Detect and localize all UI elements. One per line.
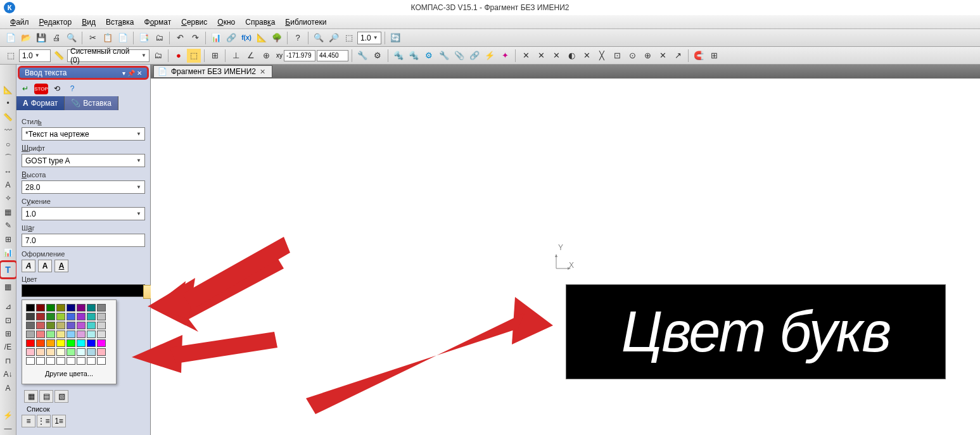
redo-icon[interactable]: ↷ <box>188 31 202 45</box>
color-swatch[interactable] <box>46 339 55 347</box>
tool-symbol-icon[interactable]: ✧ <box>2 192 15 205</box>
tool-aux4-icon[interactable]: /E <box>2 341 15 353</box>
color-swatch[interactable] <box>67 357 75 365</box>
color-swatch[interactable] <box>87 339 96 347</box>
color-swatch[interactable] <box>36 331 45 338</box>
save-icon[interactable]: 💾 <box>34 31 48 45</box>
color-swatch[interactable] <box>26 322 35 329</box>
color-swatch[interactable] <box>36 304 45 312</box>
tool-aux7-icon[interactable]: A <box>2 382 15 394</box>
color-swatch[interactable] <box>67 304 75 312</box>
tool-point-icon[interactable]: • <box>2 97 15 109</box>
menu-insert[interactable]: Вставка <box>102 16 138 28</box>
color-swatch[interactable] <box>46 331 55 338</box>
tool-param-icon[interactable]: ⊞ <box>2 233 15 245</box>
tool-geom-icon[interactable]: 📐 <box>2 84 15 96</box>
tool-lightning-icon[interactable]: ⚡ <box>2 409 15 421</box>
color-swatch[interactable] <box>36 313 45 320</box>
tool-curve-icon[interactable]: 〰 <box>2 124 15 136</box>
color-swatch[interactable] <box>67 313 75 320</box>
vm1-icon[interactable]: ▦ <box>24 390 38 403</box>
color-swatch[interactable] <box>97 357 106 365</box>
tool-measure-icon[interactable]: 📊 <box>2 247 15 259</box>
zoom-window-icon[interactable]: ⬚ <box>342 31 356 45</box>
zoom-combo[interactable]: 1.0▼ <box>357 32 381 44</box>
menu-view[interactable]: Вид <box>78 16 99 28</box>
menu-format[interactable]: Формат <box>141 16 175 28</box>
tool-line-icon[interactable]: 📏 <box>2 111 15 123</box>
stop-button[interactable]: STOP <box>34 84 48 94</box>
zoom-in-icon[interactable]: 🔎 <box>327 31 341 45</box>
snap-icon[interactable]: ⬚ <box>4 49 18 63</box>
tool-arc-icon[interactable]: ⌒ <box>2 151 15 163</box>
tree-icon[interactable]: 🌳 <box>270 31 284 45</box>
font-combo[interactable]: GOST type A▼ <box>22 154 145 167</box>
tool-aux1-icon[interactable]: ⊿ <box>2 300 15 312</box>
scale-btn-icon[interactable]: 📏 <box>52 49 66 63</box>
color-swatch[interactable] <box>26 304 35 312</box>
color-swatch[interactable] <box>67 331 75 338</box>
color-swatch[interactable] <box>77 313 86 320</box>
tool-char-icon[interactable]: A <box>2 179 15 191</box>
new-icon[interactable]: 📄 <box>4 31 18 45</box>
color-swatch[interactable] <box>87 357 96 365</box>
layer-manager-icon[interactable]: 🗂 <box>151 49 165 63</box>
menu-help[interactable]: Справка <box>241 16 279 28</box>
auto-icon[interactable]: ⟲ <box>51 82 63 95</box>
fx-icon[interactable]: f(x) <box>239 31 253 45</box>
manager-icon[interactable]: 📊 <box>209 31 223 45</box>
sn8-icon[interactable]: ⊙ <box>625 49 639 63</box>
undo-icon[interactable]: ↶ <box>173 31 187 45</box>
color-swatch[interactable] <box>56 339 65 347</box>
open-icon[interactable]: 📂 <box>19 31 33 45</box>
help-icon[interactable]: ? <box>66 82 79 95</box>
asm7-icon[interactable]: ⚡ <box>483 49 497 63</box>
menu-editor[interactable]: Редактор <box>35 16 76 28</box>
zoom-fit-icon[interactable]: 🔍 <box>312 31 326 45</box>
bold-button[interactable]: A <box>38 260 52 272</box>
style-combo[interactable]: *Текст на чертеже▼ <box>22 127 145 141</box>
vm3-icon[interactable]: ▧ <box>54 390 68 403</box>
layers-icon[interactable]: 🗂 <box>152 31 166 45</box>
color-swatch[interactable] <box>87 348 96 356</box>
color-preview[interactable] <box>22 284 145 297</box>
asm5-icon[interactable]: 📎 <box>452 49 466 63</box>
narrow-combo[interactable]: 1.0▼ <box>22 207 145 220</box>
asm3-icon[interactable]: ⚙ <box>422 49 436 63</box>
last-icon[interactable]: ⊞ <box>707 49 721 63</box>
color-swatch[interactable] <box>56 357 65 365</box>
tab-insert[interactable]: 📎Вставка <box>65 96 118 110</box>
color-swatch[interactable] <box>67 339 75 347</box>
asm4-icon[interactable]: 🔧 <box>437 49 451 63</box>
color-swatch[interactable] <box>97 339 106 347</box>
asm6-icon[interactable]: 🔗 <box>468 49 481 63</box>
color-swatch[interactable] <box>97 313 106 320</box>
color-swatch[interactable] <box>46 313 55 320</box>
color-swatch[interactable] <box>36 339 45 347</box>
tool-aux2-icon[interactable]: ⊡ <box>2 314 15 326</box>
document-tab[interactable]: 📄 Фрагмент БЕЗ ИМЕНИ2 ✕ <box>153 65 272 78</box>
menu-libs[interactable]: Библиотеки <box>281 16 330 28</box>
other-colors-button[interactable]: Другие цвета... <box>26 367 112 380</box>
color-swatch[interactable] <box>77 339 86 347</box>
color-swatch[interactable] <box>46 304 55 312</box>
color-swatch[interactable] <box>67 322 75 329</box>
layer-combo[interactable]: Системный слой (0)▼ <box>67 49 150 62</box>
panel-controls[interactable]: ▾ 📌 ✕ <box>122 70 142 77</box>
drawing-canvas[interactable]: Y X Цвет букв <box>151 79 980 435</box>
color-swatch[interactable] <box>67 348 75 356</box>
sn4-icon[interactable]: ◐ <box>564 49 578 63</box>
help-cursor-icon[interactable]: ? <box>291 31 305 45</box>
tool-aux6-icon[interactable]: A↓ <box>2 369 15 381</box>
var-icon[interactable]: 📐 <box>255 31 269 45</box>
scale-combo[interactable]: 1.0▼ <box>19 49 51 62</box>
refresh-icon[interactable]: 🔄 <box>388 31 402 45</box>
asm8-icon[interactable]: ✦ <box>498 49 512 63</box>
color-swatch[interactable] <box>56 313 65 320</box>
sn11-icon[interactable]: ↗ <box>671 49 685 63</box>
color-swatch[interactable] <box>56 331 65 338</box>
sn6-icon[interactable]: ╳ <box>595 49 609 63</box>
snap-toggle-icon[interactable]: ● <box>172 49 186 63</box>
tool-edit-icon[interactable]: ✎ <box>2 220 15 232</box>
color-swatch[interactable] <box>87 313 96 320</box>
